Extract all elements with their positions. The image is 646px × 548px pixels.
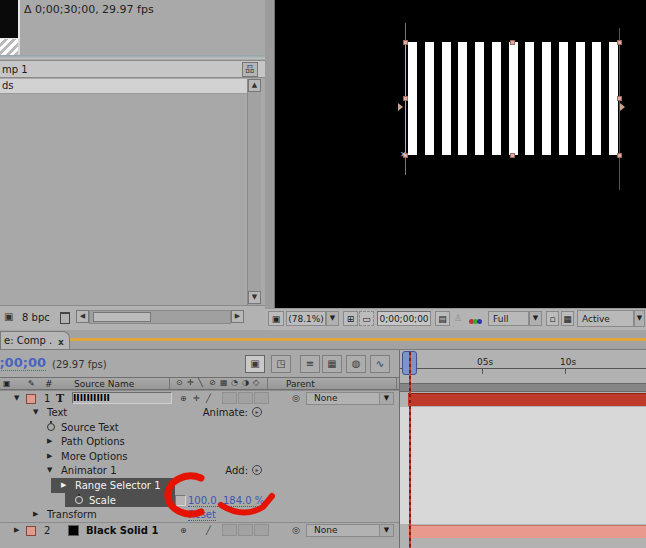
right-action-menu-icon[interactable]: ▸ <box>252 407 262 417</box>
property-label[interactable]: Transform <box>47 509 97 520</box>
selection-handle[interactable] <box>403 40 408 45</box>
parent-dropdown-arrow-icon[interactable]: ▼ <box>379 392 394 405</box>
layer-name-field[interactable]: IIIIIIIIIII <box>72 392 172 404</box>
work-area-bar[interactable] <box>400 383 646 392</box>
property-label[interactable]: Text <box>47 407 67 418</box>
project-item-solids[interactable]: ds <box>0 79 247 94</box>
always-preview-icon[interactable]: ▣ <box>268 311 284 326</box>
current-time-indicator-line[interactable] <box>409 352 411 548</box>
show-snapshot-icon[interactable]: ♙ <box>454 311 466 326</box>
timeline-row-animator-1[interactable]: ▼Animator 1Add:▸ <box>0 463 400 478</box>
switch-column-icon[interactable]: ⊙ <box>176 378 183 387</box>
scroll-left-icon[interactable]: ◀ <box>76 310 89 323</box>
label-column-icon[interactable]: ✎ <box>28 379 35 388</box>
switch-cell[interactable] <box>222 392 237 404</box>
scroll-up-icon[interactable]: ▲ <box>248 79 261 92</box>
property-label[interactable]: Source Text <box>61 422 119 433</box>
timeline-row-more-options[interactable]: ▶More Options <box>0 449 400 464</box>
scroll-right-icon[interactable]: ▶ <box>231 310 244 323</box>
layer-duration-bar[interactable] <box>408 393 646 406</box>
switch-cell[interactable] <box>254 524 269 536</box>
motion-blur-toggle-icon[interactable]: ◍ <box>346 355 366 373</box>
switch-cell[interactable] <box>238 524 253 536</box>
twirl-icon[interactable]: ▶ <box>61 481 66 489</box>
property-label[interactable]: More Options <box>61 451 128 462</box>
twirl-icon[interactable]: ▼ <box>47 466 52 474</box>
graph-editor-button-icon[interactable]: ∿ <box>370 355 390 373</box>
selection-handle[interactable] <box>403 96 408 101</box>
layer-switch-icon[interactable]: ✛ <box>193 394 200 403</box>
timeline-row-source-text[interactable]: Source Text <box>0 420 400 435</box>
layer-row-2[interactable]: ▶2Black Solid 1⊕╱◎None▼ <box>0 522 400 537</box>
property-label[interactable]: Path Options <box>61 436 125 447</box>
timeline-row-scale[interactable]: Scale100.0, 184.0 % <box>0 493 400 508</box>
right-action-menu-icon[interactable]: ▸ <box>252 465 262 475</box>
constrain-checkbox[interactable] <box>175 495 186 506</box>
column-divider[interactable] <box>267 378 268 389</box>
draft-3d-toggle-icon[interactable]: ◳ <box>271 355 291 373</box>
switch-column-icon[interactable]: ◔ <box>231 378 238 387</box>
resolution-arrow-icon[interactable]: ▼ <box>529 311 542 326</box>
twirl-icon[interactable]: ▶ <box>47 452 52 460</box>
twirl-icon[interactable]: ▼ <box>33 408 38 416</box>
channel-icon[interactable] <box>469 311 487 326</box>
layer-number-column[interactable]: # <box>45 379 53 389</box>
magnification-dropdown[interactable]: (78.1%) <box>286 311 326 326</box>
switch-column-icon[interactable]: ▦ <box>220 378 228 387</box>
snapshot-camera-icon[interactable]: ▤ <box>435 311 450 326</box>
bit-depth-label[interactable]: 8 bpc <box>22 312 50 323</box>
switch-column-icon[interactable]: ◑ <box>242 378 249 387</box>
stroke-color-swatch[interactable] <box>0 39 20 55</box>
project-vertical-scrollbar[interactable]: ▲ ▼ <box>247 79 261 305</box>
layer-switch-icon[interactable]: ⊕ <box>180 394 187 403</box>
twirl-icon[interactable]: ▶ <box>47 437 52 445</box>
fill-color-swatch[interactable] <box>0 0 20 39</box>
layer-switch-icon[interactable]: ╱ <box>206 394 211 403</box>
property-label[interactable]: Range Selector 1 <box>75 480 161 491</box>
timeline-row-text[interactable]: ▼TextAnimate:▸ <box>0 405 400 420</box>
parent-column[interactable]: Parent <box>286 379 315 389</box>
viewer-timecode[interactable]: 0;00;00;00 <box>377 311 431 326</box>
scroll-down-icon[interactable]: ▼ <box>248 291 261 304</box>
layer-switch-icon[interactable]: ╱ <box>206 526 211 535</box>
layer-row-1[interactable]: ▼1TIIIIIIIIIII⊕✛╱◎None▼ <box>0 390 400 405</box>
color-depth-icon[interactable]: ▣ <box>4 311 13 322</box>
frame-blend-toggle-icon[interactable]: ▦ <box>322 355 342 373</box>
timeline-row-range-selector-1[interactable]: ▶Range Selector 1 <box>0 478 400 493</box>
switch-cell[interactable] <box>238 392 253 404</box>
timeline-row-transform[interactable]: ▶TransformReset <box>0 507 400 522</box>
tab-timeline-comp[interactable]: e: Comp . x <box>0 331 70 350</box>
switch-cell[interactable] <box>222 524 237 536</box>
target-region-icon[interactable]: ▫ <box>546 311 559 326</box>
switch-column-icon[interactable]: ⊘ <box>209 378 216 387</box>
property-label[interactable]: Animator 1 <box>61 465 117 476</box>
layer-duration-bar[interactable] <box>408 525 646 538</box>
lock-icon[interactable]: ▣ <box>3 379 11 388</box>
selection-handle[interactable] <box>617 96 622 101</box>
selection-handle[interactable] <box>510 40 515 45</box>
switch-cell[interactable] <box>254 392 269 404</box>
stopwatch-icon[interactable] <box>47 423 55 431</box>
project-item-comp[interactable]: mp 1 <box>0 60 265 78</box>
project-horizontal-scrollbar[interactable] <box>89 310 231 324</box>
switch-column-icon[interactable]: ✛ <box>187 378 194 387</box>
layer-name[interactable]: Black Solid 1 <box>86 525 158 536</box>
region-of-interest-icon[interactable]: ▭ <box>359 311 374 326</box>
selection-handle[interactable] <box>617 40 622 45</box>
twirl-icon[interactable]: ▶ <box>14 526 19 534</box>
shy-layers-toggle-icon[interactable]: ≡ <box>300 355 320 373</box>
stopwatch-icon[interactable] <box>75 496 83 504</box>
column-divider[interactable] <box>169 378 170 389</box>
parent-pickwhip-icon[interactable]: ◎ <box>292 393 300 403</box>
safe-margins-icon[interactable]: ⊞ <box>343 311 358 326</box>
layer-switch-icon[interactable]: ⊕ <box>180 526 187 535</box>
property-label[interactable]: Scale <box>89 495 116 506</box>
selection-handle[interactable] <box>617 153 622 158</box>
parent-dropdown-arrow-icon[interactable]: ▼ <box>379 524 394 537</box>
source-name-column[interactable]: Source Name <box>74 379 134 389</box>
trash-icon[interactable] <box>60 312 70 324</box>
twirl-icon[interactable]: ▶ <box>33 510 38 518</box>
switch-column-icon[interactable]: ◇ <box>253 378 259 387</box>
property-value[interactable]: 100.0, 184.0 % <box>188 495 264 507</box>
live-update-toggle-icon[interactable]: ▣ <box>245 355 265 373</box>
